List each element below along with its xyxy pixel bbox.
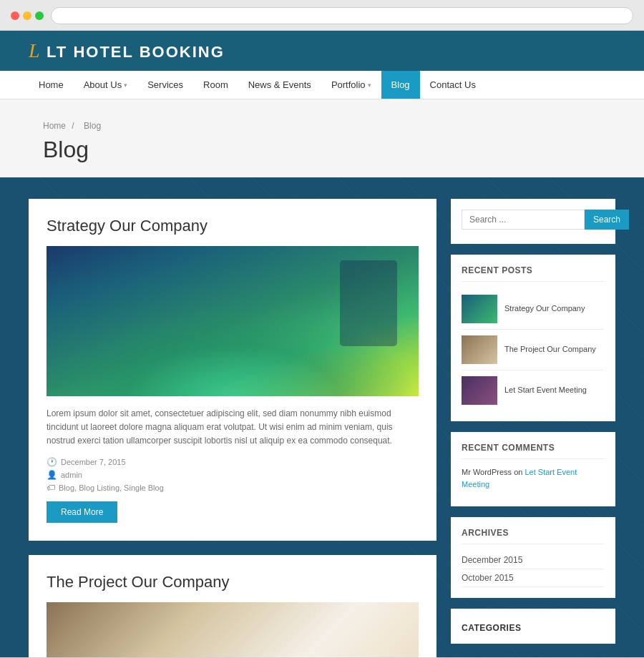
- post-1-date: 🕐 December 7, 2015: [47, 457, 419, 467]
- content-layout: Strategy Our Company Lorem ipsum dolor s…: [29, 199, 615, 657]
- categories-section: Categories: [451, 609, 615, 644]
- nav-item-blog[interactable]: Blog: [381, 71, 420, 99]
- browser-chrome: [0, 0, 644, 31]
- search-input[interactable]: [462, 210, 585, 230]
- dot-green: [35, 11, 44, 20]
- browser-dots: [11, 11, 44, 20]
- dot-yellow: [23, 11, 31, 20]
- recent-post-item-1[interactable]: Strategy Our Company: [462, 289, 605, 330]
- logo-text: LT Hotel Booking: [47, 43, 225, 61]
- thumb-event-image: [462, 376, 497, 405]
- tag-icon: 🏷: [47, 483, 55, 493]
- post-1-excerpt: Lorem ipsum dolor sit amet, consectetuer…: [47, 407, 419, 448]
- recent-thumb-3: [462, 376, 497, 405]
- comment-author: Mr WordPress: [462, 468, 512, 476]
- chevron-down-icon: ▾: [368, 82, 371, 89]
- site-header: L LT Hotel Booking: [0, 31, 644, 71]
- clock-icon: 🕐: [47, 457, 57, 467]
- archives-section: Archives December 2015 October 2015: [451, 517, 615, 598]
- recent-thumb-2: [462, 335, 497, 364]
- recent-thumb-1: [462, 295, 497, 323]
- nav-item-services[interactable]: Services: [137, 71, 193, 99]
- blog-posts: Strategy Our Company Lorem ipsum dolor s…: [29, 199, 436, 657]
- page-title: Blog: [43, 137, 601, 163]
- nav-bar: Home About Us ▾ Services Room News & Eve…: [0, 71, 644, 99]
- breadcrumb-home[interactable]: Home: [43, 121, 66, 131]
- main-content-bg: Strategy Our Company Lorem ipsum dolor s…: [0, 177, 644, 657]
- thumb-pool-image: [462, 295, 497, 323]
- nav-item-home[interactable]: Home: [29, 71, 74, 99]
- breadcrumb-section: Home / Blog Blog: [0, 99, 644, 177]
- logo-script: L: [29, 39, 40, 62]
- nav-item-portfolio[interactable]: Portfolio ▾: [321, 71, 381, 99]
- search-box: Search: [462, 210, 605, 230]
- archives-title: Archives: [462, 528, 605, 544]
- pool-image: [47, 246, 419, 396]
- sidebar: Search Recent Posts Strategy Our Company: [451, 199, 615, 657]
- read-more-button[interactable]: Read More: [47, 501, 117, 523]
- nav-item-contact[interactable]: Contact Us: [420, 71, 486, 99]
- comment-item-1: Mr WordPress on Let Start Event Meeting: [462, 466, 605, 490]
- room-image: [47, 602, 419, 657]
- recent-post-title-3: Let Start Event Meeting: [504, 385, 587, 396]
- post-1-author: 👤 admin: [47, 470, 419, 480]
- search-button[interactable]: Search: [585, 210, 629, 230]
- post-2-image: [47, 602, 419, 657]
- recent-posts-title: Recent Posts: [462, 265, 605, 282]
- search-section: Search: [451, 199, 615, 244]
- logo[interactable]: L LT Hotel Booking: [29, 39, 225, 62]
- recent-posts-section: Recent Posts Strategy Our Company The Pr…: [451, 255, 615, 421]
- breadcrumb: Home / Blog: [43, 121, 601, 131]
- blog-post-1: Strategy Our Company Lorem ipsum dolor s…: [29, 199, 436, 541]
- dot-red: [11, 11, 19, 20]
- recent-comments-title: Recent Comments: [462, 443, 605, 459]
- post-1-title: Strategy Our Company: [47, 217, 419, 235]
- website: L LT Hotel Booking Home About Us ▾ Servi…: [0, 31, 644, 657]
- post-1-image: [47, 246, 419, 396]
- recent-post-title-1: Strategy Our Company: [504, 303, 585, 314]
- recent-comments-section: Recent Comments Mr WordPress on Let Star…: [451, 432, 615, 506]
- nav-item-about[interactable]: About Us ▾: [74, 71, 137, 99]
- chevron-down-icon: ▾: [124, 82, 127, 89]
- nav-item-room[interactable]: Room: [193, 71, 238, 99]
- address-bar[interactable]: [51, 7, 633, 24]
- blog-post-2: The Project Our Company: [29, 555, 436, 657]
- breadcrumb-separator: /: [72, 121, 74, 131]
- nav-item-news[interactable]: News & Events: [238, 71, 321, 99]
- thumb-room-image: [462, 335, 497, 364]
- recent-post-title-2: The Project Our Company: [504, 344, 596, 355]
- post-1-categories: 🏷 Blog, Blog Listing, Single Blog: [47, 483, 419, 493]
- post-2-title: The Project Our Company: [47, 573, 419, 591]
- archive-item-1[interactable]: December 2015: [462, 551, 605, 569]
- recent-post-item-3[interactable]: Let Start Event Meeting: [462, 370, 605, 411]
- recent-post-item-2[interactable]: The Project Our Company: [462, 330, 605, 370]
- archive-item-2[interactable]: October 2015: [462, 569, 605, 587]
- person-icon: 👤: [47, 470, 57, 480]
- categories-title: Categories: [462, 623, 605, 633]
- breadcrumb-current: Blog: [84, 121, 101, 131]
